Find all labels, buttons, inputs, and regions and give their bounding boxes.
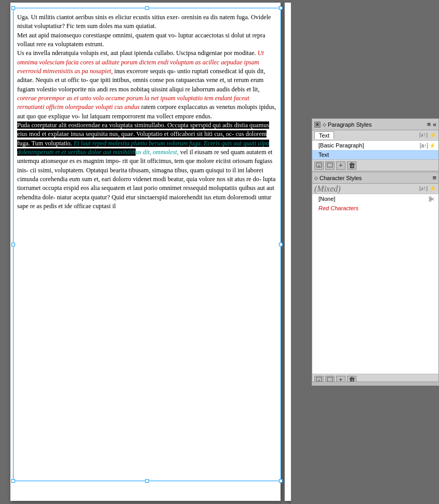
paragraph-4: Puda coreptatur alit eostiorendae ea vol… <box>17 121 278 211</box>
lightning-small-icon: ⚡ <box>429 143 435 148</box>
new-style-from-selection-button[interactable] <box>314 161 324 170</box>
handle-middle-right[interactable] <box>279 243 283 247</box>
paragraph-3: Us ea invella nderatquia volupis est, au… <box>17 49 278 121</box>
paragraph-styles-close-button[interactable]: ✕ <box>314 121 321 128</box>
svg-rect-2 <box>327 163 332 167</box>
svg-rect-9 <box>327 377 332 382</box>
handle-bottom-left[interactable] <box>11 479 15 483</box>
style-label-basic-paragraph: [Basic Paragraph] <box>318 142 364 148</box>
char-diamond-icon: ◇ <box>314 175 318 181</box>
mixed-label: (Mixed) <box>314 184 341 194</box>
load-styles-button[interactable] <box>325 161 335 170</box>
handle-bottom-right[interactable] <box>279 479 283 483</box>
text-frame: Uga. Ut militis ciantot aeribus sinis es… <box>13 8 278 211</box>
style-badge-basic-paragraph: [a↑] ⚡ <box>420 143 435 148</box>
paragraph-styles-toolbar-icons: [a↑] ⚡ <box>419 132 436 139</box>
badge-icon-a: [a↑] <box>419 132 428 139</box>
badge-text: [a↑] <box>420 143 428 148</box>
p4-cyan-2: us dit, ommolest, <box>136 148 179 156</box>
diamond-icon: ◇ <box>323 122 326 127</box>
char-none-icons <box>429 196 435 202</box>
paragraph-styles-collapse-icon[interactable]: « <box>433 121 436 128</box>
paragraph-styles-title: ◇ Paragraph Styles <box>323 121 371 128</box>
svg-point-4 <box>429 199 431 201</box>
character-styles-menu-icon[interactable]: ≡ <box>432 174 436 181</box>
panels-container: ✕ ◇ Paragraph Styles ≡ « Text [a↑] ⚡ [Ba… <box>312 118 439 386</box>
handle-bottom-middle[interactable] <box>145 479 149 483</box>
handle-top-right[interactable] <box>279 6 283 10</box>
style-item-basic-paragraph[interactable]: [Basic Paragraph] [a↑] ⚡ <box>312 141 438 150</box>
svg-point-3 <box>429 197 431 199</box>
scrollbar[interactable] <box>312 382 439 386</box>
paragraph-styles-panel: ✕ ◇ Paragraph Styles ≡ « Text [a↑] ⚡ [Ba… <box>312 118 439 171</box>
p3-start: Us ea invella nderatquia volupis est, au… <box>17 49 258 57</box>
character-styles-toolbar: (Mixed) [a↑] ⚡ <box>312 184 438 194</box>
paragraph-styles-toolbar: Text [a↑] ⚡ <box>312 130 438 141</box>
handle-middle-left[interactable] <box>11 243 15 247</box>
char-style-label-none: [None] <box>318 196 335 202</box>
page: Uga. Ut militis ciantot aeribus sinis es… <box>10 3 281 501</box>
canvas: Uga. Ut militis ciantot aeribus sinis es… <box>0 0 291 504</box>
character-styles-empty-area <box>312 213 438 374</box>
char-style-label-red-characters: Red Characters <box>318 205 358 211</box>
paragraph-1: Uga. Ut militis ciantot aeribus sinis es… <box>17 13 278 31</box>
paragraph-2: Met aut apid maionsequo corestiaspe omni… <box>17 31 278 49</box>
paragraph-styles-list: [Basic Paragraph] [a↑] ⚡ Text <box>312 141 438 159</box>
character-styles-header: ◇ Character Styles ≡ <box>312 172 438 184</box>
character-styles-list: [None] Red Characters <box>312 194 438 213</box>
character-styles-toolbar-icons: [a↑] ⚡ <box>419 185 436 192</box>
paragraph-styles-tab[interactable]: Text <box>314 131 334 139</box>
lightning-icon: ⚡ <box>429 132 436 139</box>
delete-style-button[interactable]: 🗑 <box>347 161 356 170</box>
char-badge-icon: [a↑] <box>419 185 428 192</box>
character-styles-panel: ◇ Character Styles ≡ (Mixed) [a↑] ⚡ [Non… <box>312 172 439 386</box>
page-right <box>285 3 291 501</box>
paragraph-styles-footer: + 🗑 <box>312 159 438 171</box>
p4-end: vel il eiusam re sed quam autatem et unt… <box>17 148 275 210</box>
character-styles-title: ◇ Character Styles <box>314 175 362 181</box>
char-lightning-icon: ⚡ <box>429 185 436 192</box>
style-label-text: Text <box>318 152 329 158</box>
scissors-icon <box>429 196 435 202</box>
paragraph-styles-header: ✕ ◇ Paragraph Styles ≡ « <box>312 119 438 130</box>
style-item-text[interactable]: Text <box>312 150 438 159</box>
char-style-item-red-characters[interactable]: Red Characters <box>312 203 438 213</box>
paragraph-styles-menu-icon[interactable]: ≡ <box>427 121 431 128</box>
create-new-style-button[interactable]: + <box>336 161 345 170</box>
char-style-item-none[interactable]: [None] <box>312 194 438 203</box>
